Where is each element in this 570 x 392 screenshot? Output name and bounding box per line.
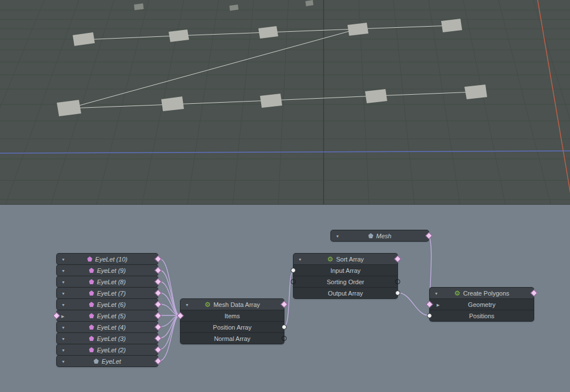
node-eyelet-10[interactable]: ▼ EyeLet (10): [57, 254, 158, 264]
collapse-toggle-icon[interactable]: ▼: [61, 359, 65, 363]
row-label: Geometry: [468, 301, 495, 308]
collapse-toggle-icon[interactable]: ▼: [61, 325, 65, 329]
input-array-input-connector[interactable]: [291, 268, 296, 273]
row-label: Items: [225, 313, 240, 319]
node-title: EyeLet: [102, 358, 121, 365]
node-sort-array[interactable]: ▼ ⚙Sort Array Input Array Sorting Order …: [294, 254, 397, 298]
node-create-polygons[interactable]: ▼ ⚙Create Polygons ▶ Geometry Positions: [430, 288, 534, 321]
node-title: EyeLet (10): [95, 256, 128, 263]
node-eyelet-9[interactable]: ▼ EyeLet (9): [57, 265, 158, 276]
operator-gear-icon: ⚙: [204, 301, 211, 308]
3d-viewport[interactable]: [0, 0, 570, 204]
row-position-array[interactable]: Position Array: [181, 321, 284, 332]
node-eyelet-5[interactable]: ▶ EyeLet (5): [57, 310, 158, 321]
row-input-array[interactable]: Input Array: [294, 264, 397, 276]
collapse-toggle-icon[interactable]: ▼: [61, 348, 65, 352]
collapse-toggle-icon[interactable]: ▼: [61, 336, 65, 340]
collapse-toggle-icon[interactable]: ▼: [61, 291, 65, 295]
wire-positionarray-inputarray: [284, 270, 294, 327]
row-label: Positions: [469, 313, 494, 319]
collapse-toggle-icon[interactable]: ▼: [61, 257, 65, 261]
node-title: Sort Array: [336, 256, 364, 263]
item-icon: [87, 256, 93, 262]
positions-input-connector[interactable]: [427, 313, 432, 318]
node-eyelet-6[interactable]: ▼ EyeLet (6): [57, 299, 158, 310]
node-title: Create Polygons: [463, 290, 509, 297]
item-icon: [89, 324, 94, 330]
node-eyelet-3[interactable]: ▼ EyeLet (3): [57, 333, 158, 344]
item-icon: [89, 347, 94, 352]
node-title: EyeLet (5): [97, 313, 126, 319]
collapse-toggle-icon[interactable]: ▼: [61, 302, 65, 306]
output-array-output-connector[interactable]: [395, 290, 400, 296]
operator-gear-icon: ⚙: [327, 256, 333, 263]
collapse-toggle-icon[interactable]: ▼: [61, 280, 65, 284]
row-output-array[interactable]: Output Array: [294, 287, 397, 298]
node-title: Mesh Data Array: [213, 301, 260, 308]
mesh-item-icon: [94, 359, 99, 364]
row-label: Position Array: [213, 324, 252, 331]
node-mesh[interactable]: ▼ Mesh: [331, 230, 429, 241]
row-label: Normal Array: [214, 335, 250, 342]
node-title: EyeLet (8): [97, 279, 126, 285]
collapse-toggle-icon[interactable]: ▼: [185, 302, 189, 306]
viewport-canvas: [0, 0, 570, 204]
row-normal-array[interactable]: Normal Array: [181, 332, 284, 344]
collapse-toggle-icon[interactable]: ▼: [434, 291, 438, 295]
node-title: EyeLet (3): [97, 335, 126, 342]
item-icon: [89, 313, 94, 318]
node-title: Mesh: [376, 233, 392, 239]
node-title: EyeLet (7): [97, 290, 126, 297]
sorting-order-input-connector[interactable]: [291, 279, 296, 284]
application-window: ▼ EyeLet (10) ▼ EyeLet (9) ▼ EyeLet (8) …: [0, 0, 570, 392]
node-mesh-data-array[interactable]: ▼ ⚙Mesh Data Array Items Position Array …: [181, 299, 284, 344]
item-icon: [89, 336, 94, 341]
operator-gear-icon: ⚙: [454, 290, 460, 297]
row-label: Sorting Order: [326, 279, 364, 285]
collapse-toggle-icon[interactable]: ▼: [336, 234, 340, 238]
node-title: EyeLet (2): [97, 347, 126, 353]
node-eyelet-4[interactable]: ▼ EyeLet (4): [57, 322, 158, 332]
wire-outputarray-positions: [398, 293, 429, 315]
row-positions[interactable]: Positions: [430, 310, 534, 321]
collapse-toggle-icon[interactable]: ▼: [61, 268, 65, 272]
node-eyelet-1[interactable]: ▼ EyeLet: [57, 356, 158, 366]
item-icon: [89, 268, 94, 273]
node-eyelet-8[interactable]: ▼ EyeLet (8): [57, 276, 158, 287]
item-icon: [89, 302, 94, 307]
schematic-panel[interactable]: ▼ EyeLet (10) ▼ EyeLet (9) ▼ EyeLet (8) …: [0, 204, 570, 392]
sorting-order-output-connector[interactable]: [395, 279, 400, 284]
node-title: EyeLet (6): [97, 301, 126, 308]
collapse-toggle-icon[interactable]: ▶: [61, 314, 64, 318]
node-title: EyeLet (9): [97, 267, 126, 274]
node-eyelet-7[interactable]: ▼ EyeLet (7): [57, 288, 158, 298]
row-label: Input Array: [330, 267, 361, 274]
node-eyelet-2[interactable]: ▼ EyeLet (2): [57, 344, 158, 355]
item-icon: [89, 290, 94, 296]
normal-array-output-connector[interactable]: [282, 336, 287, 341]
row-label: Output Array: [328, 290, 363, 297]
collapse-toggle-icon[interactable]: ▼: [298, 257, 302, 261]
row-sorting-order[interactable]: Sorting Order: [294, 276, 397, 287]
expand-arrow-icon[interactable]: ▶: [437, 302, 439, 306]
row-geometry[interactable]: ▶ Geometry: [430, 298, 534, 310]
row-items[interactable]: Items: [181, 310, 284, 321]
item-icon: [89, 279, 94, 284]
mesh-item-icon: [368, 233, 374, 238]
node-title: EyeLet (4): [97, 324, 126, 331]
position-array-output-connector[interactable]: [282, 324, 287, 330]
